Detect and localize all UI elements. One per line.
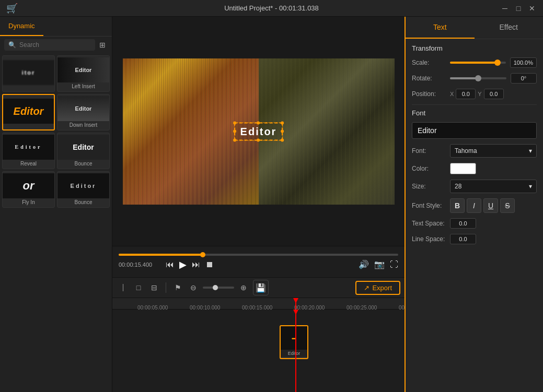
volume-button[interactable]: 🔊 — [359, 259, 369, 269]
effect-item-reveal[interactable]: Editor Reveal — [2, 133, 55, 169]
screenshot-button[interactable]: 📷 — [374, 259, 385, 269]
timeline-flag-icon[interactable]: ⚑ — [171, 281, 184, 294]
minimize-button[interactable]: ─ — [500, 4, 510, 13]
effects-grid: itor Editor Left Insert Editor Editor Do… — [2, 55, 110, 208]
effect-preview-active: Editor — [3, 99, 54, 124]
close-button[interactable]: ✕ — [527, 4, 537, 13]
font-style-row: Font Style: B I U S — [412, 198, 537, 213]
progress-bar-wrapper[interactable] — [119, 254, 398, 256]
scale-row: Scale: 100.0% — [412, 57, 537, 68]
title-bar: 🛒 Untitled Project* - 00:01:31.038 ─ □ ✕ — [0, 0, 543, 17]
line-space-value[interactable]: 0.0 — [450, 234, 476, 244]
italic-button[interactable]: I — [467, 198, 481, 213]
color-row: Color: — [412, 163, 537, 174]
rotate-slider[interactable] — [450, 77, 506, 79]
grid-view-icon[interactable]: ⊞ — [97, 39, 108, 51]
rotate-value[interactable]: 0° — [511, 73, 537, 84]
effect-item-blur[interactable]: itor — [2, 55, 55, 92]
xy-group: X 0.0 Y 0.0 — [450, 89, 537, 99]
progress-thumb[interactable] — [200, 252, 205, 257]
tab-effect[interactable]: Effect — [475, 17, 544, 39]
timeline-tracks: ▬ Editor — [112, 310, 405, 392]
effect-item-fly-in[interactable]: or Fly In — [2, 171, 55, 208]
stop-button[interactable]: ⏹ — [205, 260, 214, 269]
skip-frame-button[interactable]: ⏭ — [192, 260, 200, 269]
main-layout: Dynamic 🔍 ⊞ itor Editor Left Insert — [0, 17, 543, 392]
video-canvas: Editor — [112, 17, 405, 246]
handle-tm[interactable] — [257, 121, 260, 124]
size-label: Size: — [412, 183, 446, 190]
text-space-value[interactable]: 0.0 — [450, 218, 476, 229]
video-preview: Editor — [112, 17, 405, 246]
text-overlay[interactable]: Editor — [234, 122, 283, 140]
maximize-button[interactable]: □ — [514, 4, 523, 13]
font-style-label: Font Style: — [412, 202, 446, 209]
font-section: Font Font: Tahoma ▾ Color: S — [412, 109, 537, 244]
handle-br[interactable] — [281, 138, 284, 141]
export-button[interactable]: ↗ Export — [355, 281, 400, 295]
handle-mr[interactable] — [281, 130, 284, 133]
effect-preview-bounce: Editor — [57, 135, 109, 160]
font-family-select[interactable]: Tahoma ▾ — [450, 144, 537, 158]
handle-ml[interactable] — [233, 130, 236, 133]
effect-label-reveal: Reveal — [19, 160, 38, 168]
x-label: X — [450, 91, 454, 97]
timeline-plus-icon[interactable]: ⊕ — [237, 281, 250, 294]
skip-back-button[interactable]: ⏮ — [166, 260, 174, 269]
separator-1 — [166, 282, 166, 293]
center-area: Editor — [112, 17, 405, 392]
playhead[interactable] — [295, 298, 296, 309]
handle-bl[interactable] — [233, 138, 236, 141]
zoom-slider[interactable] — [203, 287, 234, 289]
video-split: Editor — [123, 58, 395, 205]
x-value[interactable]: 0.0 — [456, 89, 476, 99]
handle-tl[interactable] — [233, 121, 236, 124]
scale-slider-thumb[interactable] — [494, 60, 501, 66]
effect-item-bounce2[interactable]: Editor Bounce — [57, 171, 110, 208]
line-space-label: Line Space: — [412, 235, 446, 243]
font-section-title: Font — [412, 109, 537, 117]
fullscreen-button[interactable]: ⛶ — [390, 260, 398, 269]
color-swatch[interactable] — [450, 163, 476, 174]
timeline-minus-icon[interactable]: ⊖ — [187, 281, 200, 294]
save-icon-button[interactable]: 💾 — [253, 280, 269, 295]
effect-label-active — [28, 124, 30, 126]
timeline-clip[interactable]: ▬ Editor — [280, 325, 308, 359]
tab-dynamic[interactable]: Dynamic — [0, 17, 43, 36]
clip-label: Editor — [281, 350, 307, 357]
handle-bm[interactable] — [257, 138, 260, 141]
scale-slider[interactable] — [450, 62, 506, 64]
search-bar[interactable]: 🔍 — [4, 39, 95, 51]
strikethrough-button[interactable]: S — [500, 198, 515, 213]
scale-slider-fill — [450, 62, 498, 64]
size-select[interactable]: 28 ▾ — [450, 180, 537, 193]
cart-icon[interactable]: 🛒 — [6, 3, 18, 14]
zoom-thumb[interactable] — [213, 285, 218, 290]
playhead-track[interactable] — [295, 310, 296, 392]
effect-preview-blur: itor — [3, 60, 54, 85]
rotate-slider-fill — [450, 77, 478, 79]
effect-item-bounce[interactable]: Editor Bounce — [57, 133, 110, 169]
timeline-video-icon[interactable]: ⊟ — [148, 281, 160, 294]
export-icon: ↗ — [364, 284, 369, 292]
timeline-split-icon[interactable]: ⏐ — [117, 281, 129, 294]
effect-item-left-insert[interactable]: Editor Left Insert — [57, 55, 110, 92]
effect-item-active[interactable]: Editor — [2, 94, 55, 130]
scale-value[interactable]: 100.0% — [510, 57, 537, 68]
selection-handles — [234, 122, 283, 140]
tab-text[interactable]: Text — [406, 17, 475, 39]
y-value[interactable]: 0.0 — [484, 89, 504, 99]
bold-button[interactable]: B — [450, 198, 465, 213]
timeline-audio-icon[interactable]: □ — [132, 281, 145, 294]
underline-button[interactable]: U — [483, 198, 498, 213]
font-text-input[interactable] — [412, 122, 537, 139]
handle-tr[interactable] — [281, 121, 284, 124]
effect-label-down-insert: Down Insert — [68, 121, 98, 129]
rotate-slider-thumb[interactable] — [475, 75, 481, 81]
effect-item-down-insert[interactable]: Editor Down Insert — [57, 94, 110, 130]
play-button[interactable]: ▶ — [179, 259, 187, 270]
search-icon: 🔍 — [8, 41, 16, 49]
text-space-label: Text Space: — [412, 220, 446, 227]
progress-track[interactable] — [119, 254, 398, 256]
search-input[interactable] — [19, 41, 91, 49]
